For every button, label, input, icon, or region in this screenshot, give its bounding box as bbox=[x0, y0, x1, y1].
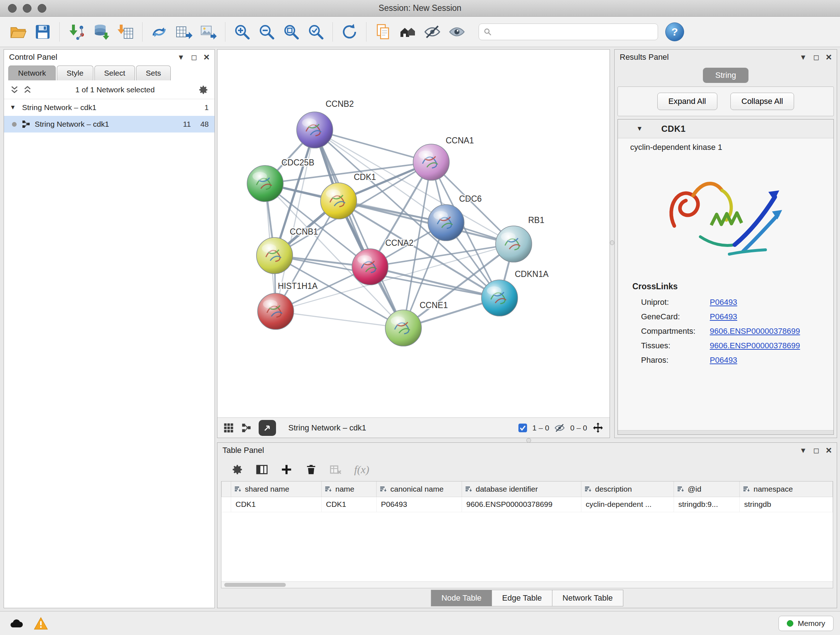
node-CCNB1[interactable] bbox=[256, 238, 293, 274]
tab-edge-table[interactable]: Edge Table bbox=[492, 590, 553, 606]
panel-menu-icon[interactable]: ▼ bbox=[177, 54, 185, 61]
create-column-button[interactable] bbox=[280, 463, 293, 476]
node-CCNA2[interactable] bbox=[352, 249, 388, 285]
column-header-canonical-name[interactable]: canonical name bbox=[377, 481, 462, 497]
zoom-out-button[interactable] bbox=[254, 19, 279, 44]
float-panel-icon[interactable]: ◻ bbox=[813, 54, 819, 61]
node-HIST1H1A[interactable] bbox=[257, 293, 294, 329]
close-window-button[interactable] bbox=[8, 4, 17, 13]
edge-CCNB2-CCNE1[interactable] bbox=[315, 130, 403, 328]
open-session-button[interactable] bbox=[6, 19, 30, 44]
network-merge-button[interactable] bbox=[147, 19, 172, 44]
tab-network-table[interactable]: Network Table bbox=[553, 590, 623, 606]
crosslink-uniprot-link[interactable]: P06493 bbox=[710, 298, 737, 307]
string-results-tab[interactable]: String bbox=[703, 68, 748, 83]
memory-status-icon bbox=[787, 620, 793, 627]
pan-move-icon[interactable] bbox=[592, 422, 604, 434]
crosslink-genecard-link[interactable]: P06493 bbox=[710, 312, 737, 321]
tab-network[interactable]: Network bbox=[8, 65, 56, 80]
node-CDC25B[interactable] bbox=[247, 165, 283, 202]
clear-table-button[interactable] bbox=[330, 463, 342, 476]
panel-menu-icon[interactable]: ▼ bbox=[799, 54, 807, 61]
node-CCNA1[interactable] bbox=[413, 144, 449, 180]
close-panel-icon[interactable]: × bbox=[826, 445, 832, 455]
network-row[interactable]: String Network – cdk1 11 48 bbox=[4, 116, 215, 133]
export-image-button[interactable] bbox=[196, 19, 221, 44]
node-CDC6[interactable] bbox=[428, 204, 464, 241]
delete-column-button[interactable] bbox=[305, 463, 317, 476]
apply-layout-button[interactable] bbox=[337, 19, 362, 44]
export-table-button[interactable] bbox=[172, 19, 196, 44]
share-network-icon[interactable] bbox=[241, 423, 251, 433]
table-row[interactable]: CDK1 CDK1 P06493 9606.ENSP00000378699 cy… bbox=[222, 497, 833, 512]
table-horizontal-scrollbar[interactable] bbox=[221, 581, 833, 588]
show-columns-button[interactable] bbox=[256, 463, 268, 476]
import-network-database-button[interactable] bbox=[88, 19, 113, 44]
save-session-button[interactable] bbox=[30, 19, 55, 44]
hidden-eye-slash-icon[interactable] bbox=[554, 423, 565, 433]
column-header-name[interactable]: name bbox=[322, 481, 377, 497]
float-panel-icon[interactable]: ◻ bbox=[813, 447, 819, 454]
column-header-namespace[interactable]: namespace bbox=[740, 481, 833, 497]
node-CDK1[interactable] bbox=[321, 183, 357, 219]
zoom-window-button[interactable] bbox=[38, 4, 46, 13]
tab-node-table[interactable]: Node Table bbox=[431, 590, 492, 606]
import-network-file-button[interactable] bbox=[64, 19, 88, 44]
expand-all-networks-icon[interactable] bbox=[10, 85, 19, 95]
warnings-button[interactable] bbox=[31, 616, 51, 631]
collapse-all-button[interactable]: Collapse All bbox=[730, 93, 794, 110]
cloud-status-button[interactable] bbox=[6, 616, 26, 631]
network-options-gear-icon[interactable] bbox=[198, 84, 209, 95]
help-button[interactable]: ? bbox=[665, 22, 684, 41]
crosslink-tissues-link[interactable]: 9606.ENSP00000378699 bbox=[710, 341, 800, 350]
close-panel-icon[interactable]: × bbox=[826, 52, 832, 62]
zoom-in-button[interactable] bbox=[230, 19, 254, 44]
node-RB1[interactable] bbox=[496, 226, 532, 262]
home-neighbors-button[interactable] bbox=[395, 19, 420, 44]
minimize-window-button[interactable] bbox=[23, 4, 32, 13]
function-builder-button[interactable]: f(x) bbox=[354, 463, 369, 476]
show-all-button[interactable] bbox=[445, 19, 469, 44]
results-scrollbar[interactable] bbox=[618, 430, 834, 434]
zoom-selected-button[interactable] bbox=[303, 19, 328, 44]
node-CDKN1A[interactable] bbox=[482, 280, 518, 316]
hide-selected-button[interactable] bbox=[420, 19, 445, 44]
image-export-icon bbox=[200, 23, 217, 41]
zoom-fit-button[interactable] bbox=[279, 19, 303, 44]
column-header-shared-name[interactable]: shared name bbox=[231, 481, 322, 497]
selected-checkbox-icon[interactable] bbox=[518, 423, 527, 432]
network-collection-row[interactable]: ▼ String Network – cdk1 1 bbox=[4, 99, 215, 116]
horizontal-splitter[interactable] bbox=[217, 438, 840, 442]
tab-sets[interactable]: Sets bbox=[136, 65, 171, 80]
vertical-splitter[interactable] bbox=[610, 47, 614, 438]
gene-expander-icon[interactable]: ▼ bbox=[618, 125, 661, 133]
node-CCNE1[interactable] bbox=[385, 310, 422, 346]
column-header-id[interactable]: @id bbox=[674, 481, 740, 497]
close-panel-icon[interactable]: × bbox=[204, 52, 210, 62]
import-table-button[interactable] bbox=[113, 19, 138, 44]
panel-menu-icon[interactable]: ▼ bbox=[799, 447, 807, 454]
memory-button[interactable]: Memory bbox=[778, 616, 834, 631]
column-header-description[interactable]: description bbox=[581, 481, 674, 497]
table-options-gear-button[interactable] bbox=[231, 463, 243, 476]
search-input[interactable] bbox=[492, 27, 653, 36]
scrollbar-thumb[interactable] bbox=[224, 583, 286, 587]
collapse-all-networks-icon[interactable] bbox=[23, 85, 32, 95]
float-panel-icon[interactable]: ◻ bbox=[191, 54, 197, 61]
edge-CDK1-RB1[interactable] bbox=[339, 201, 514, 244]
tab-select[interactable]: Select bbox=[95, 65, 135, 80]
gene-header[interactable]: ▼ CDK1 bbox=[618, 119, 834, 138]
collection-expander-icon[interactable]: ▼ bbox=[10, 104, 18, 111]
copy-documents-button[interactable] bbox=[371, 19, 395, 44]
open-in-new-window-button[interactable] bbox=[259, 420, 276, 436]
network-canvas[interactable]: CCNB2CCNA1CDC25BCDK1CDC6RB1CCNB1CCNA2CDK… bbox=[218, 50, 609, 417]
node-CCNB2[interactable] bbox=[297, 112, 333, 148]
crosslink-row: Uniprot: P06493 bbox=[618, 295, 834, 310]
crosslink-compartments-link[interactable]: 9606.ENSP00000378699 bbox=[710, 326, 800, 336]
column-header-database-identifier[interactable]: database identifier bbox=[462, 481, 581, 497]
expand-all-button[interactable]: Expand All bbox=[657, 93, 717, 110]
crosslink-pharos-link[interactable]: P06493 bbox=[710, 356, 737, 365]
birds-eye-grid-icon[interactable] bbox=[223, 423, 234, 433]
edge-HIST1H1A-CCNE1[interactable] bbox=[276, 311, 403, 328]
tab-style[interactable]: Style bbox=[57, 65, 93, 80]
